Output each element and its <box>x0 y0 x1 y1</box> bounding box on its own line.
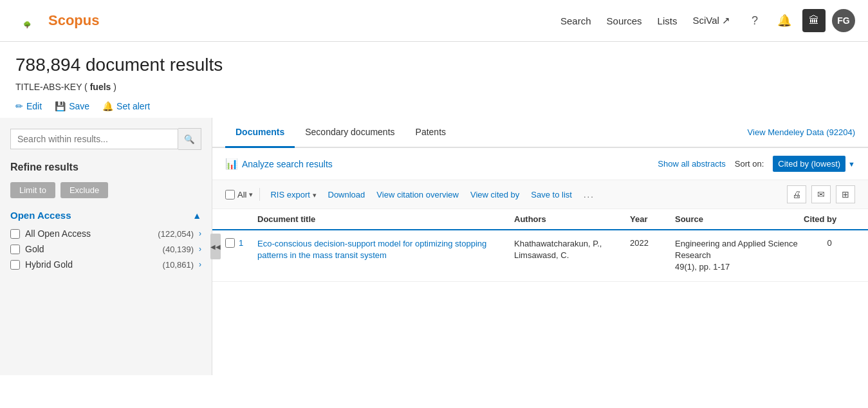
filter-all-oa-arrow[interactable]: › <box>199 229 201 238</box>
ris-export-button[interactable]: RIS export ▾ <box>266 188 320 201</box>
save-icon: 💾 <box>55 101 66 111</box>
view-cited-by-button[interactable]: View cited by <box>466 188 523 201</box>
institution-button[interactable]: 🏛 <box>802 9 826 32</box>
view-citation-overview-button[interactable]: View citation overview <box>373 188 463 201</box>
result-1-title[interactable]: Eco-conscious decision-support model for… <box>257 238 514 261</box>
search-icon: 🔍 <box>184 134 195 144</box>
result-num-cb-col: 1 <box>225 238 257 248</box>
filter-gold-checkbox[interactable] <box>10 245 20 254</box>
query-paren-close: ) <box>113 82 116 92</box>
actions-bar: All ▾ RIS export ▾ Download View citatio… <box>212 180 868 209</box>
col-header-source: Source <box>675 214 804 224</box>
sort-dropdown[interactable]: Cited by (lowest) ▼ <box>773 156 855 172</box>
sort-select-button[interactable]: Cited by (lowest) <box>773 156 845 172</box>
results-toolbar: 📊 Analyze search results Show all abstra… <box>212 148 868 180</box>
header-icons: ? 🔔 🏛 FG <box>743 9 855 32</box>
help-icon: ? <box>752 14 758 28</box>
result-1-authors: Khathawatcharakun, P., Limsawasd, C. <box>514 238 630 261</box>
set-alert-link[interactable]: 🔔 Set alert <box>102 101 150 111</box>
save-to-list-button[interactable]: Save to list <box>527 188 576 201</box>
nav-search[interactable]: Search <box>560 15 591 26</box>
main-content: 🔍 Refine results Limit to Exclude Open A… <box>0 118 868 375</box>
limit-to-button[interactable]: Limit to <box>10 182 55 198</box>
select-all-checkbox[interactable] <box>225 190 235 199</box>
nav-sources[interactable]: Sources <box>607 15 642 26</box>
ris-export-caret: ▾ <box>313 191 317 199</box>
search-within-button[interactable]: 🔍 <box>178 128 201 150</box>
collapse-sidebar-button[interactable]: ◀◀ <box>210 234 221 259</box>
col-header-cited-by: Cited by <box>804 214 855 224</box>
icon-actions: 🖨 ✉ ⊞ <box>787 185 855 203</box>
user-avatar[interactable]: FG <box>832 9 855 32</box>
search-within-container: 🔍 <box>10 128 201 150</box>
filter-hybrid-gold: Hybrid Gold (10,861) › <box>10 259 201 270</box>
result-1-num[interactable]: 1 <box>239 238 243 248</box>
svg-text:🌳: 🌳 <box>23 21 32 29</box>
analyze-button[interactable]: 📊 Analyze search results <box>225 158 333 170</box>
edit-icon: ✏ <box>15 101 23 111</box>
col-header-year: Year <box>630 214 675 224</box>
show-abstracts-button[interactable]: Show all abstracts <box>658 159 726 169</box>
chevron-up-icon: ▲ <box>192 210 201 221</box>
header: 🌳 Scopus Search Sources Lists SciVal ↗ ?… <box>0 0 868 42</box>
limit-exclude-row: Limit to Exclude <box>10 182 201 198</box>
tab-secondary-documents[interactable]: Secondary documents <box>295 118 405 148</box>
mendeley-data-link[interactable]: View Mendeley Data (92204) <box>748 127 855 137</box>
filter-hybrid-gold-checkbox[interactable] <box>10 260 20 270</box>
filter-hybrid-gold-arrow[interactable]: › <box>199 260 201 269</box>
help-button[interactable]: ? <box>743 9 766 32</box>
email-icon: ✉ <box>817 189 825 199</box>
exclude-button[interactable]: Exclude <box>60 182 108 198</box>
col-header-authors: Authors <box>514 214 630 224</box>
print-button[interactable]: 🖨 <box>787 185 806 203</box>
nav-lists[interactable]: Lists <box>658 15 678 26</box>
nav-scival[interactable]: SciVal ↗ <box>692 15 730 26</box>
main-nav: Search Sources Lists SciVal ↗ <box>560 15 730 26</box>
tab-documents[interactable]: Documents <box>225 118 295 148</box>
result-1-checkbox[interactable] <box>225 238 235 248</box>
results-area: Documents Secondary documents Patents Vi… <box>212 118 868 375</box>
select-all-caret[interactable]: ▾ <box>249 190 253 199</box>
notifications-button[interactable]: 🔔 <box>773 9 796 32</box>
tabs-bar: Documents Secondary documents Patents Vi… <box>212 118 868 148</box>
filter-all-open-access: All Open Access (122,054) › <box>10 228 201 239</box>
export-button[interactable]: ⊞ <box>836 185 855 203</box>
sort-dropdown-arrow: ▼ <box>848 160 855 168</box>
filter-gold-arrow[interactable]: › <box>199 245 201 254</box>
institution-icon: 🏛 <box>809 15 819 26</box>
filter-all-oa-checkbox[interactable] <box>10 229 20 239</box>
query-paren-open: ( <box>84 82 90 92</box>
col-header-checkbox <box>225 214 257 224</box>
logo-text[interactable]: Scopus <box>48 12 99 29</box>
export-icon: ⊞ <box>842 189 849 199</box>
result-1-year: 2022 <box>630 238 675 248</box>
filter-gold: Gold (40,139) › <box>10 244 201 254</box>
bell-icon: 🔔 <box>777 14 791 28</box>
scopus-logo-icon: 🌳 <box>13 6 42 35</box>
edit-link[interactable]: ✏ Edit <box>15 101 42 111</box>
select-all-container: All ▾ <box>225 190 253 199</box>
download-button[interactable]: Download <box>324 188 369 201</box>
open-access-header[interactable]: Open Access ▲ <box>10 210 201 221</box>
result-1-cited-by: 0 <box>804 238 855 248</box>
col-header-title: Document title <box>257 214 514 224</box>
table-header: Document title Authors Year Source Cited… <box>212 209 868 230</box>
save-link[interactable]: 💾 Save <box>55 101 89 111</box>
table-row: 1 Eco-conscious decision-support model f… <box>212 230 868 282</box>
logo-area: 🌳 Scopus <box>13 6 99 35</box>
query-keyword: fuels <box>90 82 111 92</box>
search-within-input[interactable] <box>10 129 178 149</box>
tab-patents[interactable]: Patents <box>405 118 456 148</box>
open-access-section: Open Access ▲ All Open Access (122,054) … <box>10 210 201 270</box>
alert-icon: 🔔 <box>102 101 113 111</box>
query-label: TITLE-ABS-KEY <box>15 82 82 92</box>
refine-header: Refine results <box>10 162 201 173</box>
email-button[interactable]: ✉ <box>811 185 831 203</box>
bar-chart-icon: 📊 <box>225 158 238 170</box>
query-line: TITLE-ABS-KEY ( fuels ) <box>15 82 853 92</box>
more-actions-button[interactable]: ... <box>580 188 598 201</box>
separator-1 <box>259 188 260 201</box>
page-title-area: 788,894 document results TITLE-ABS-KEY (… <box>0 42 868 118</box>
sidebar: 🔍 Refine results Limit to Exclude Open A… <box>0 118 212 375</box>
action-links-bar: ✏ Edit 💾 Save 🔔 Set alert <box>15 101 853 111</box>
